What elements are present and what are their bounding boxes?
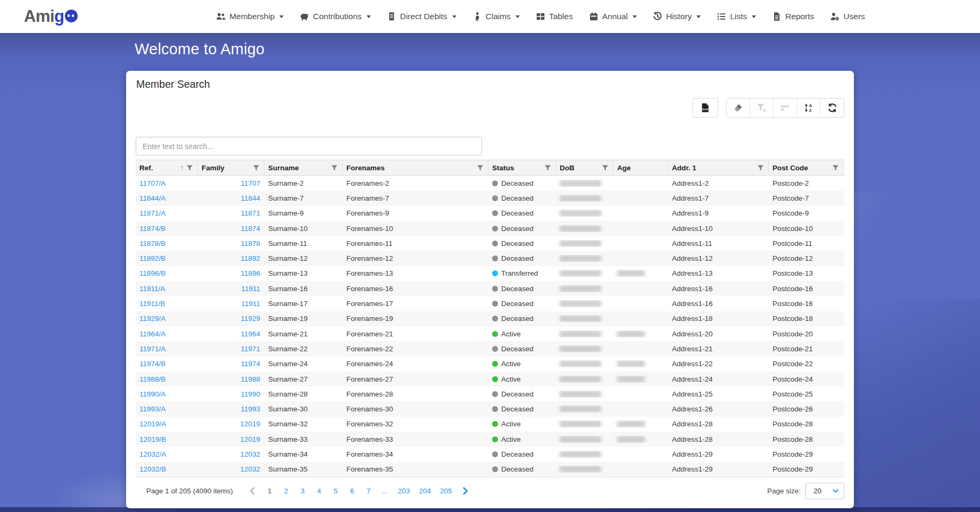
ref-link[interactable]: 12019/A [139, 420, 166, 428]
family-link[interactable]: 11964 [240, 330, 260, 338]
family-link[interactable]: 11993 [240, 405, 260, 413]
column-header-family[interactable]: Family [198, 160, 264, 175]
ref-link[interactable]: 11990/A [139, 390, 165, 398]
forenames-cell: Forenames-21 [346, 330, 393, 338]
next-page-button[interactable] [461, 486, 470, 496]
family-link[interactable]: 11971 [240, 345, 260, 353]
family-link[interactable]: 11929 [240, 315, 260, 323]
ref-link[interactable]: 11964/A [139, 330, 165, 338]
column-header-surname[interactable]: Surname [264, 160, 343, 175]
family-link[interactable]: 11892 [240, 254, 260, 262]
nav-item-lists[interactable]: Lists [717, 12, 756, 21]
addr1-cell: Address1-22 [672, 360, 713, 368]
status-cell: Transferred [501, 269, 538, 277]
family-link[interactable]: 11874 [240, 225, 260, 233]
ref-link[interactable]: 11993/A [139, 405, 165, 413]
search-input[interactable] [136, 137, 482, 155]
ref-link[interactable]: 11896/B [139, 269, 165, 277]
family-link[interactable]: 11878 [240, 240, 260, 247]
family-link[interactable]: 11896 [240, 269, 260, 277]
refresh-button[interactable] [820, 98, 844, 117]
family-link[interactable]: 11707 [240, 179, 260, 187]
app-logo[interactable]: Amig [24, 7, 78, 26]
family-link[interactable]: 12032 [240, 450, 260, 458]
page-number-4[interactable]: 4 [315, 487, 323, 495]
family-link[interactable]: 11988 [240, 375, 260, 383]
ref-link[interactable]: 11971/A [139, 345, 165, 353]
ref-link[interactable]: 11911/A [139, 285, 165, 293]
page-number-2[interactable]: 2 [283, 487, 290, 495]
filter-funnel-icon[interactable] [602, 164, 609, 171]
nav-item-direct-debits[interactable]: Direct Debits [387, 12, 456, 21]
status-cell: Deceased [501, 194, 534, 202]
surname-cell: Surname-19 [268, 315, 308, 323]
filter-funnel-icon[interactable] [331, 164, 338, 171]
ref-link[interactable]: 12032/A [139, 450, 166, 458]
ref-link[interactable]: 11892/B [139, 254, 165, 262]
column-header-age[interactable]: Age [613, 160, 668, 175]
excel-export-button[interactable]: XLSX [692, 98, 718, 118]
column-header-status[interactable]: Status [488, 160, 556, 175]
filter-funnel-icon[interactable] [832, 164, 839, 171]
ref-link[interactable]: 11844/A [139, 194, 165, 202]
nav-item-reports[interactable]: Reports [772, 12, 814, 21]
forenames-cell: Forenames-30 [346, 405, 393, 413]
eraser-button[interactable] [727, 98, 750, 117]
family-link[interactable]: 11974 [240, 360, 260, 368]
column-header-post-code[interactable]: Post Code [769, 160, 843, 175]
ref-link[interactable]: 11929/A [139, 315, 165, 323]
ref-link[interactable]: 11707/A [139, 179, 165, 187]
ref-link[interactable]: 11874/B [139, 225, 165, 233]
family-link[interactable]: 11844 [240, 194, 260, 202]
dob-redacted-value [560, 195, 601, 202]
nav-item-contributions[interactable]: Contributions [300, 12, 370, 21]
status-cell: Deceased [501, 225, 534, 233]
page-number-205[interactable]: 205 [440, 487, 452, 495]
page-size-select[interactable]: 20 [805, 483, 844, 499]
nav-item-users[interactable]: Users [830, 12, 865, 21]
filter-funnel-icon[interactable] [477, 164, 484, 171]
filter-funnel-icon[interactable] [544, 164, 551, 171]
page-number-204[interactable]: 204 [419, 487, 431, 495]
family-link[interactable]: 11871 [240, 209, 260, 217]
page-number-7[interactable]: 7 [365, 487, 372, 495]
family-link[interactable]: 11990 [240, 390, 260, 398]
nav-item-tables[interactable]: Tables [536, 12, 573, 21]
column-header-ref[interactable]: Ref.↑ [136, 160, 198, 175]
nav-item-label: History [666, 12, 692, 21]
forenames-cell: Forenames-33 [346, 435, 393, 443]
nav-item-claims[interactable]: Claims [472, 12, 520, 21]
filter-funnel-icon[interactable] [186, 164, 193, 171]
column-header-addr-1[interactable]: Addr. 1 [668, 160, 769, 175]
ref-link[interactable]: 11911/B [139, 300, 165, 308]
page-number-203[interactable]: 203 [398, 487, 410, 495]
forenames-cell: Forenames-24 [346, 360, 393, 368]
filter-funnel-icon[interactable] [253, 164, 260, 171]
members-table: Ref.↑FamilySurnameForenamesStatusDoBAgeA… [136, 160, 844, 477]
ref-link[interactable]: 11878/B [139, 240, 165, 247]
nav-item-annual[interactable]: Annual [589, 12, 637, 21]
family-link[interactable]: 12019 [240, 420, 260, 428]
nav-item-membership[interactable]: Membership [216, 12, 284, 21]
column-header-dob[interactable]: DoB [556, 160, 613, 175]
family-link[interactable]: 12019 [240, 435, 260, 443]
surname-cell: Surname-10 [268, 225, 308, 233]
ref-link[interactable]: 12032/B [139, 465, 166, 473]
addr1-cell: Address1-21 [672, 345, 713, 353]
page-number-5[interactable]: 5 [332, 487, 339, 495]
page-number-6[interactable]: 6 [348, 487, 356, 495]
ref-link[interactable]: 11974/B [139, 360, 165, 368]
nav-item-history[interactable]: History [653, 12, 701, 21]
page-summary: Page 1 of 205 (4090 items) [146, 487, 233, 495]
filter-funnel-icon[interactable] [757, 164, 764, 171]
family-link[interactable]: 12032 [240, 465, 260, 473]
family-link[interactable]: 11911 [241, 300, 260, 308]
ref-link[interactable]: 11988/B [139, 375, 165, 383]
family-link[interactable]: 11911 [241, 285, 260, 293]
column-header-forenames[interactable]: Forenames [343, 160, 488, 175]
page-number-3[interactable]: 3 [299, 487, 306, 495]
ref-link[interactable]: 11871/A [139, 209, 165, 217]
pagination-bar: Page 1 of 205 (4090 items) 1234567...203… [136, 481, 844, 500]
sort-button[interactable]: AZ [797, 98, 820, 117]
ref-link[interactable]: 12019/B [139, 435, 166, 443]
